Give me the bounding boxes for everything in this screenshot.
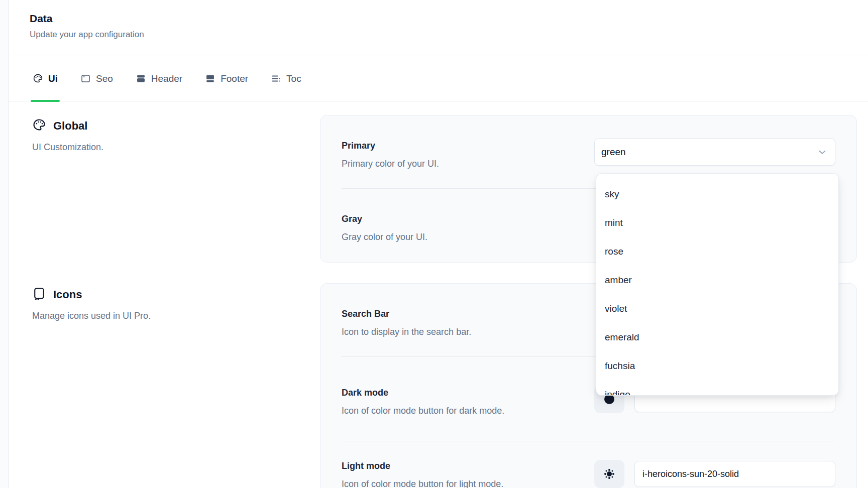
section-icons-title: Icons xyxy=(53,288,82,301)
primary-label: Primary xyxy=(342,137,439,155)
option-sky[interactable]: sky xyxy=(598,180,836,208)
option-emerald[interactable]: emerald xyxy=(598,323,836,351)
palette-icon xyxy=(32,118,46,134)
search-bar-label: Search Bar xyxy=(342,305,471,323)
light-mode-icon-control xyxy=(594,460,835,488)
dark-mode-label: Dark mode xyxy=(342,384,504,402)
tab-header-label: Header xyxy=(151,73,182,84)
tab-seo[interactable]: Seo xyxy=(80,56,113,101)
option-rose[interactable]: rose xyxy=(598,237,836,266)
footer-layout-icon xyxy=(205,73,215,84)
tab-toc-label: Toc xyxy=(286,73,301,84)
option-amber[interactable]: amber xyxy=(598,266,836,294)
search-bar-description: Icon to display in the search bar. xyxy=(342,323,471,341)
section-global-title: Global xyxy=(53,119,87,133)
tab-seo-label: Seo xyxy=(96,73,113,84)
gray-label: Gray xyxy=(342,210,427,228)
page-title: Data xyxy=(30,12,868,25)
tab-ui-label: Ui xyxy=(48,73,58,84)
section-icons-description: Manage icons used in UI Pro. xyxy=(32,311,283,321)
primary-color-dropdown: sky mint rose amber violet emerald fuchs… xyxy=(596,173,839,396)
tab-footer-label: Footer xyxy=(221,73,248,84)
frame-dots-icon xyxy=(32,287,46,303)
chevron-down-icon xyxy=(817,147,828,158)
tab-bar: Ui Seo Header Footer xyxy=(9,56,868,101)
tab-ui[interactable]: Ui xyxy=(33,56,58,101)
light-mode-icon-preview xyxy=(594,460,624,488)
window-icon xyxy=(80,73,91,84)
primary-color-options: sky mint rose amber violet emerald fuchs… xyxy=(596,174,838,396)
section-global-info: Global UI Customization. xyxy=(32,118,283,153)
option-fuchsia[interactable]: fuchsia xyxy=(598,351,836,380)
list-icon xyxy=(271,73,281,84)
section-icons-info: Icons Manage icons used in UI Pro. xyxy=(32,287,283,321)
app-config-page: Data Update your app configuration Ui Se… xyxy=(0,0,868,488)
option-indigo[interactable]: indigo xyxy=(598,380,836,396)
page-subtitle: Update your app configuration xyxy=(30,29,868,40)
gray-description: Gray color of your UI. xyxy=(342,228,427,246)
tab-footer[interactable]: Footer xyxy=(205,56,248,101)
section-global-description: UI Customization. xyxy=(32,142,283,153)
primary-color-select[interactable]: green xyxy=(594,138,835,166)
sun-icon xyxy=(607,471,612,476)
sidebar-edge xyxy=(0,0,9,488)
primary-description: Primary color of your UI. xyxy=(342,155,439,173)
primary-color-value: green xyxy=(601,147,626,158)
palette-icon xyxy=(33,73,43,84)
option-violet[interactable]: violet xyxy=(598,294,836,323)
light-mode-icon-input[interactable] xyxy=(634,461,835,487)
tab-header[interactable]: Header xyxy=(136,56,182,101)
header-layout-icon xyxy=(136,73,146,84)
dark-mode-description: Icon of color mode button for dark mode. xyxy=(342,402,504,420)
option-mint[interactable]: mint xyxy=(598,208,836,237)
tab-toc[interactable]: Toc xyxy=(271,56,301,101)
light-mode-label: Light mode xyxy=(342,457,503,475)
light-mode-description: Icon of color mode button for light mode… xyxy=(342,475,503,488)
light-mode-icon-row: Light mode Icon of color mode button for… xyxy=(320,441,856,488)
page-header: Data Update your app configuration xyxy=(9,0,868,56)
